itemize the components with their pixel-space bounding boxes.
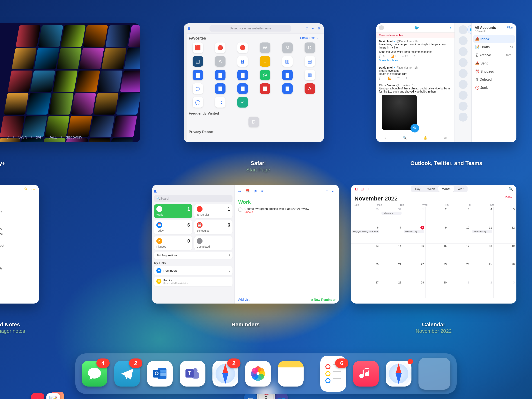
seg-week[interactable]: Week [424,186,438,192]
favorite-item[interactable]: ◎ [255,70,275,81]
show-poster[interactable] [53,71,78,92]
show-poster[interactable] [12,48,37,69]
show-poster[interactable] [79,48,104,69]
dock-safari-recent[interactable] [386,361,412,386]
reminder-task[interactable]: Update evergreen articles with iPad (202… [238,207,336,213]
calendar-cell[interactable]: 3 [494,280,516,298]
show-poster[interactable] [30,71,55,92]
filter-link[interactable]: Filter [507,26,513,32]
markup-icon[interactable]: ✎ [24,187,28,192]
dock-telegram[interactable]: 2 [114,361,140,386]
calendar-cell[interactable]: 2 [471,280,494,298]
smart-list-scheduled[interactable]: 📆6Scheduled [194,220,233,234]
show-less-link[interactable]: Show Less ⌄ [300,36,319,40]
show-poster[interactable] [61,25,86,47]
list-reminders[interactable]: ☰Reminders0 [154,266,233,275]
show-poster[interactable] [44,116,70,137]
dock-teams[interactable]: T [180,361,205,386]
favorite-item[interactable]: ▥ [277,56,298,68]
show-poster[interactable] [0,116,25,137]
favorite-item[interactable]: ▇ [210,70,230,81]
tile-calendar[interactable]: ◧ ▤ ＋ DayWeekMonthYear 🔍 November 2022 T… [351,185,516,334]
dock-music[interactable] [353,361,379,386]
favorite-item[interactable]: ⸬ [210,97,230,109]
show-poster[interactable] [106,25,131,47]
favorite-item[interactable]: A [299,83,320,95]
folder-drafts[interactable]: 📝 Drafts59 [473,43,515,51]
folder-archive[interactable]: 🗄 Archive1000+ [473,51,515,59]
calendar-cell[interactable]: 16 [426,243,449,262]
show-poster[interactable] [75,71,100,92]
favorite-item[interactable]: ✓ [232,97,253,109]
show-poster[interactable] [112,116,137,137]
subtask-icon[interactable]: ⇥ [238,189,241,193]
show-poster[interactable] [22,116,47,137]
show-poster[interactable] [57,48,82,69]
favorite-item[interactable]: E [255,56,275,68]
reminders-search[interactable]: 🔍 Search [154,195,233,202]
more-icon[interactable]: ⋯ [332,189,336,193]
tabs-icon[interactable]: ⧉ [318,27,320,30]
calendar-cell[interactable]: 17 [448,243,471,262]
smart-list-to-do-list[interactable]: ☰1To-Do List [194,204,233,218]
show-poster[interactable] [89,116,115,137]
calendar-cell[interactable]: 30 [426,280,449,298]
discovery-thumbnail[interactable]: r Everyone als and personalities alls, a… [0,23,140,142]
calendar-cell[interactable]: 28 [380,280,403,298]
show-poster[interactable] [120,71,140,92]
favorite-item[interactable]: ▇ [277,70,298,81]
safari-thumbnail[interactable]: ☰ ‹ Search or enter website name ⤴ ＋ ⧉ F… [184,23,324,142]
sidebar-toggle-icon[interactable]: ◧ [355,187,358,191]
tile-safari[interactable]: ☰ ‹ Search or enter website name ⤴ ＋ ⧉ F… [188,23,328,173]
calendar-cell[interactable]: 22 [403,262,426,280]
show-poster[interactable] [124,48,140,69]
tile-reminders[interactable]: ◧⋯ 🔍 Search ☰1Work☰1To-Do List📅6Today📆6S… [152,185,339,334]
calendar-cell[interactable]: 6Daylight Saving Time End [351,225,380,243]
add-event-icon[interactable]: ＋ [367,187,370,191]
calendar-cell[interactable]: 8Election Day [403,225,426,243]
show-poster[interactable] [8,71,33,92]
favorite-item[interactable]: ▇ [255,83,275,95]
folder-deleted[interactable]: 🗑 Deleted [473,76,515,84]
show-poster[interactable] [16,25,41,47]
calendar-cell[interactable]: 19 [494,243,516,262]
calendar-view-segment[interactable]: DayWeekMonthYear [411,186,468,192]
share-icon[interactable]: ⤴ [414,55,415,58]
folder-junk[interactable]: 🚫 Junk [473,84,515,92]
favorite-item[interactable]: ▢ [188,83,208,95]
calendar-cell[interactable]: 4 [471,207,494,225]
show-poster[interactable] [49,93,74,115]
teams-avatar[interactable] [459,47,468,56]
show-poster[interactable] [108,138,133,142]
favorite-item[interactable]: 🟥 [188,42,208,54]
calendar-cell[interactable]: 9 [426,225,449,243]
favorite-item[interactable]: M [277,42,298,54]
calendar-cell[interactable]: 15 [403,243,426,262]
teams-avatar[interactable] [459,113,468,122]
teams-avatar[interactable] [459,25,468,34]
retweet-icon[interactable]: 🔁 1 [390,55,396,58]
more-icon[interactable]: ⋯ [31,187,35,192]
folder-sent[interactable]: 📤 Sent [473,59,515,67]
teams-avatar[interactable] [459,58,468,67]
favorite-item[interactable]: ▇ [232,83,253,95]
favorite-item[interactable]: ▤ [299,56,320,68]
seg-month[interactable]: Month [438,186,454,192]
calendar-cell[interactable]: 26 [494,262,516,280]
smart-list-completed[interactable]: ✓Completed [194,236,233,250]
triple-thumbnail[interactable]: 🐦 ✦ Received new replies David Imel ✔ @D… [376,23,516,142]
favorite-item[interactable]: ▇ [277,83,298,95]
share-icon[interactable]: ⤴ [306,27,308,30]
favorite-item[interactable]: A [210,56,230,68]
teams-avatar[interactable] [459,91,468,100]
calendar-cell[interactable]: 30 [351,207,380,225]
show-poster[interactable] [26,93,51,115]
show-poster[interactable] [71,93,96,115]
show-poster[interactable] [67,116,92,137]
tile-notes[interactable]: Aa ☑ ▦ 🖼 ✎ ⋯ anager notes ps open with t… [0,185,140,334]
teams-avatar[interactable] [459,80,468,89]
calendar-cell[interactable]: 5 [494,207,516,225]
show-poster[interactable] [98,71,123,92]
show-poster[interactable] [85,138,111,142]
reply-icon[interactable]: 💬 6 [379,55,385,58]
